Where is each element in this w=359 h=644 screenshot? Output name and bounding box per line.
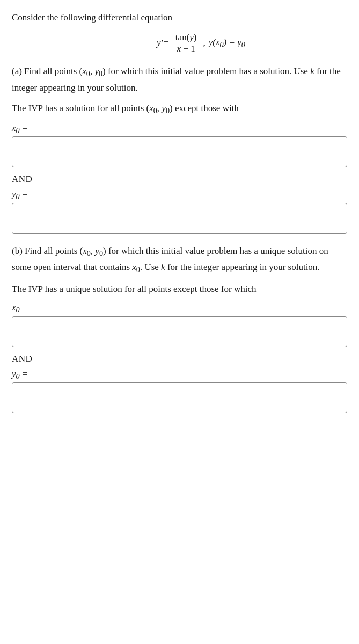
page-header: Consider the following differential equa… [12, 11, 347, 25]
differential-equation: y′= tan(y) x − 1 , y(x0) = y0 [55, 32, 347, 55]
part-a-y0-label-line: y0 = [12, 189, 347, 201]
part-b-y0-input[interactable] [12, 382, 347, 413]
part-a-y0-label: y0 = [12, 189, 28, 201]
part-a-and-label: AND [12, 174, 347, 185]
part-b-x0-label-line: x0 = [12, 302, 347, 314]
part-b-y0-label: y0 = [12, 369, 28, 381]
fraction-numerator: tan(y) [173, 32, 199, 43]
page-container: Consider the following differential equa… [12, 11, 347, 413]
part-a-result-text: The IVP has a solution for all points (x… [12, 101, 347, 118]
part-a-question: (a) Find all points (x0, y0) for which t… [12, 64, 347, 96]
equation-fraction: tan(y) x − 1 [173, 32, 199, 55]
fraction-denominator: x − 1 [175, 43, 197, 54]
part-a-x0-label-line: x0 = [12, 123, 347, 135]
part-b-result-text: The IVP has a unique solution for all po… [12, 282, 347, 297]
part-a-x0-input[interactable] [12, 136, 347, 167]
part-a-x0-label: x0 = [12, 123, 28, 135]
equation-lhs: y′= [157, 38, 169, 48]
part-b-y0-label-line: y0 = [12, 369, 347, 381]
equation-separator: , [203, 38, 206, 48]
equation-initial-condition: y(x0) = y0 [209, 37, 245, 49]
part-b-question: (b) Find all points (x0, y0) for which t… [12, 244, 347, 277]
part-b-x0-input[interactable] [12, 316, 347, 347]
part-b-and-label: AND [12, 354, 347, 364]
part-b-x0-label: x0 = [12, 302, 28, 314]
part-a-y0-input[interactable] [12, 203, 347, 234]
